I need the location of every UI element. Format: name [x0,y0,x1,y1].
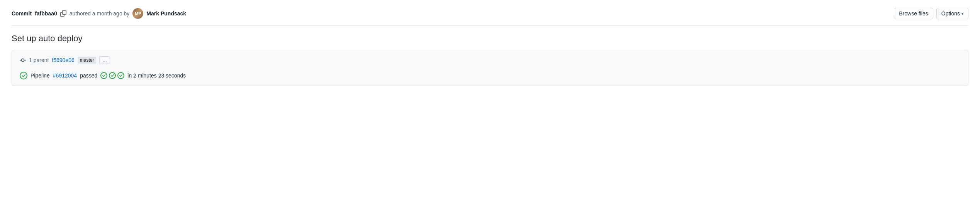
options-button[interactable]: Options ▾ [936,8,968,19]
pipeline-row: Pipeline #6912004 passed [20,72,960,79]
page-wrapper: Commit fafbbaa0 authored a month ago by … [0,0,980,94]
pipeline-label: Pipeline [31,72,50,79]
pipeline-check-icon-1 [100,72,107,79]
commit-graph-icon [20,58,26,62]
header-right: Browse files Options ▾ [894,8,968,19]
browse-files-button[interactable]: Browse files [894,8,933,19]
avatar: MP [132,8,143,19]
commit-hash: fafbbaa0 [35,10,57,17]
parent-hash-link[interactable]: f5690e06 [52,57,74,63]
copy-icon[interactable] [60,10,66,17]
pipeline-status-text: passed [80,72,97,79]
header-bar: Commit fafbbaa0 authored a month ago by … [12,8,968,26]
avatar-initials: MP [135,11,141,16]
commit-label: Commit [12,10,32,17]
info-box: 1 parent f5690e06 master ... Pipeline #6… [12,50,968,86]
pipeline-checks [100,72,124,79]
pipeline-duration: in 2 minutes 23 seconds [127,72,186,79]
options-label: Options [941,10,960,17]
avatar-image: MP [132,8,143,19]
pipeline-check-icon-2 [109,72,116,79]
pipeline-status-icon [20,72,27,79]
parent-label: 1 parent [29,57,49,63]
commit-title: Set up auto deploy [12,26,968,50]
svg-point-1 [22,59,24,62]
pipeline-id-link[interactable]: #6912004 [53,72,77,79]
pipeline-check-icon-3 [117,72,124,79]
branch-badge[interactable]: master [78,57,97,64]
chevron-down-icon: ▾ [961,12,963,16]
author-name[interactable]: Mark Pundsack [146,10,186,17]
parent-row: 1 parent f5690e06 master ... [20,56,960,64]
ellipsis-button[interactable]: ... [99,56,110,64]
authored-text: authored a month ago by [70,10,130,17]
header-left: Commit fafbbaa0 authored a month ago by … [12,8,186,19]
